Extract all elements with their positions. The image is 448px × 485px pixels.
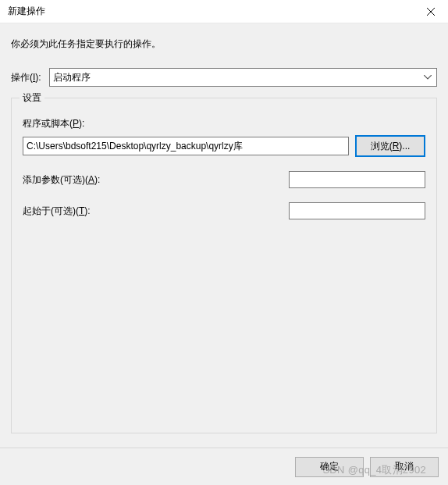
settings-group: 设置 程序或脚本(P): 浏览(R)... 添加参数(可选)(A): xyxy=(11,98,437,433)
ok-button[interactable]: 确定 xyxy=(295,457,364,477)
program-field-group: 程序或脚本(P): 浏览(R)... xyxy=(23,117,425,157)
startin-row: 起始于(可选)(T): xyxy=(23,202,425,219)
close-button[interactable] xyxy=(414,0,448,23)
arguments-row: 添加参数(可选)(A): xyxy=(23,171,425,188)
browse-button[interactable]: 浏览(R)... xyxy=(355,135,425,157)
dialog-footer: 确定 取消 xyxy=(0,448,448,485)
program-row: 浏览(R)... xyxy=(23,135,425,157)
new-action-dialog: 新建操作 你必须为此任务指定要执行的操作。 操作(I): 启动程序 设置 程序或… xyxy=(0,0,448,485)
arguments-label: 添加参数(可选)(A): xyxy=(23,173,100,187)
program-label: 程序或脚本(P): xyxy=(23,117,425,130)
close-icon xyxy=(427,8,435,16)
settings-legend: 设置 xyxy=(20,91,44,105)
action-row: 操作(I): 启动程序 xyxy=(11,68,437,87)
startin-label: 起始于(可选)(T): xyxy=(23,205,91,218)
window-title: 新建操作 xyxy=(8,5,45,18)
instruction-text: 你必须为此任务指定要执行的操作。 xyxy=(11,37,437,51)
cancel-button[interactable]: 取消 xyxy=(370,457,439,477)
titlebar: 新建操作 xyxy=(0,0,448,23)
startin-input[interactable] xyxy=(289,202,425,219)
dialog-content: 你必须为此任务指定要执行的操作。 操作(I): 启动程序 设置 程序或脚本(P)… xyxy=(0,23,448,448)
action-label: 操作(I): xyxy=(11,71,41,84)
action-select[interactable]: 启动程序 xyxy=(49,68,437,87)
program-input[interactable] xyxy=(23,137,349,155)
arguments-input[interactable] xyxy=(289,171,425,188)
